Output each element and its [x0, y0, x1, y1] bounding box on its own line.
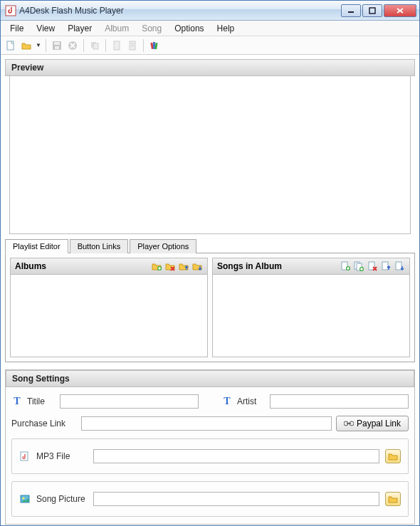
- song-settings-header: Song Settings: [6, 370, 414, 387]
- song-picture-label: Song Picture: [36, 494, 88, 504]
- artist-input[interactable]: [270, 394, 409, 409]
- menu-help[interactable]: Help: [211, 22, 241, 35]
- menubar: File View Player Album Song Options Help: [1, 21, 419, 36]
- paypal-link-label: Paypal Link: [357, 419, 401, 428]
- menu-player[interactable]: Player: [61, 22, 98, 35]
- tab-body: Albums Songs in Album: [5, 253, 415, 362]
- mp3-browse-button[interactable]: [385, 449, 401, 463]
- song-down-icon[interactable]: [394, 261, 405, 272]
- albums-panel: Albums: [10, 258, 208, 357]
- svg-rect-13: [93, 43, 98, 49]
- link-icon: [344, 420, 354, 427]
- new-file-icon[interactable]: [4, 38, 18, 53]
- content: Preview Playlist Editor Button Links Pla…: [1, 59, 419, 525]
- menu-view[interactable]: View: [30, 22, 61, 35]
- editor-tabs: Playlist Editor Button Links Player Opti…: [5, 238, 415, 362]
- menu-song: Song: [135, 22, 168, 35]
- svg-rect-8: [55, 46, 59, 49]
- maximize-button[interactable]: [362, 4, 382, 17]
- menu-album: Album: [98, 22, 135, 35]
- song-picture-input[interactable]: [93, 492, 379, 506]
- purchase-link-label: Purchase Link: [11, 419, 77, 428]
- albums-list[interactable]: [10, 275, 208, 357]
- separator: [46, 39, 46, 52]
- album-up-icon[interactable]: [178, 261, 189, 272]
- tab-button-links[interactable]: Button Links: [70, 239, 129, 253]
- menu-file[interactable]: File: [4, 22, 30, 35]
- artist-label: Artist: [237, 396, 266, 406]
- tab-playlist-editor[interactable]: Playlist Editor: [5, 239, 68, 253]
- separator: [105, 39, 106, 52]
- tab-player-options[interactable]: Player Options: [130, 239, 196, 253]
- svg-rect-43: [21, 452, 28, 461]
- songs-panel: Songs in Album: [212, 258, 410, 357]
- svg-rect-5: [7, 41, 14, 50]
- album-down-icon[interactable]: [191, 261, 203, 272]
- svg-rect-0: [6, 6, 16, 16]
- title-label: Titile: [27, 396, 56, 406]
- titlebar: A4Desk Flash Music Player: [1, 1, 419, 21]
- cancel-icon: [65, 38, 80, 53]
- paypal-link-button[interactable]: Paypal Link: [336, 416, 409, 431]
- minimize-button[interactable]: [341, 4, 361, 17]
- song-add-icon[interactable]: [340, 261, 351, 272]
- window-title: A4Desk Flash Music Player: [19, 6, 341, 16]
- songs-title: Songs in Album: [217, 261, 340, 271]
- text-icon: T: [11, 396, 23, 407]
- separator: [83, 39, 84, 52]
- svg-rect-7: [54, 42, 60, 45]
- albums-title: Albums: [15, 261, 151, 271]
- toolbar: ▼: [1, 36, 419, 55]
- page-icon: [110, 38, 124, 53]
- mp3-file-label: MP3 File: [36, 451, 88, 461]
- close-button[interactable]: [384, 4, 416, 17]
- svg-point-45: [23, 498, 25, 500]
- songs-list[interactable]: [212, 275, 410, 357]
- svg-rect-16: [131, 43, 134, 44]
- menu-options[interactable]: Options: [168, 22, 210, 35]
- preview-header: Preview: [5, 59, 415, 76]
- window-controls: [341, 4, 416, 17]
- svg-rect-14: [114, 41, 120, 50]
- album-remove-icon[interactable]: [164, 261, 176, 272]
- text-icon: T: [221, 396, 233, 407]
- books-icon[interactable]: [147, 38, 162, 53]
- picture-fieldset: Song Picture: [11, 481, 409, 517]
- song-remove-icon[interactable]: [367, 261, 378, 272]
- picture-browse-button[interactable]: [385, 492, 401, 506]
- picture-icon: [19, 493, 31, 505]
- save-icon: [50, 38, 64, 53]
- preview-panel: Preview: [5, 59, 415, 234]
- svg-rect-17: [131, 46, 134, 46]
- album-add-icon[interactable]: [151, 261, 162, 272]
- song-up-icon[interactable]: [380, 261, 392, 272]
- mp3-fieldset: MP3 File: [11, 438, 409, 474]
- open-dropdown-icon[interactable]: ▼: [35, 42, 42, 48]
- svg-rect-2: [369, 8, 375, 14]
- svg-rect-38: [382, 262, 388, 270]
- svg-rect-35: [369, 262, 374, 270]
- mp3-file-input[interactable]: [93, 449, 379, 463]
- separator: [143, 39, 144, 52]
- music-file-icon: [19, 451, 31, 462]
- open-folder-icon[interactable]: [19, 38, 33, 53]
- song-add-multi-icon[interactable]: [353, 261, 364, 272]
- purchase-link-input[interactable]: [81, 416, 332, 431]
- copy-icon: [88, 38, 102, 53]
- title-input[interactable]: [60, 394, 199, 409]
- preview-area: [9, 76, 411, 234]
- app-icon: [5, 5, 16, 16]
- song-settings-panel: Song Settings T Titile T Artist Purchase…: [5, 369, 415, 525]
- page2-icon: [125, 38, 140, 53]
